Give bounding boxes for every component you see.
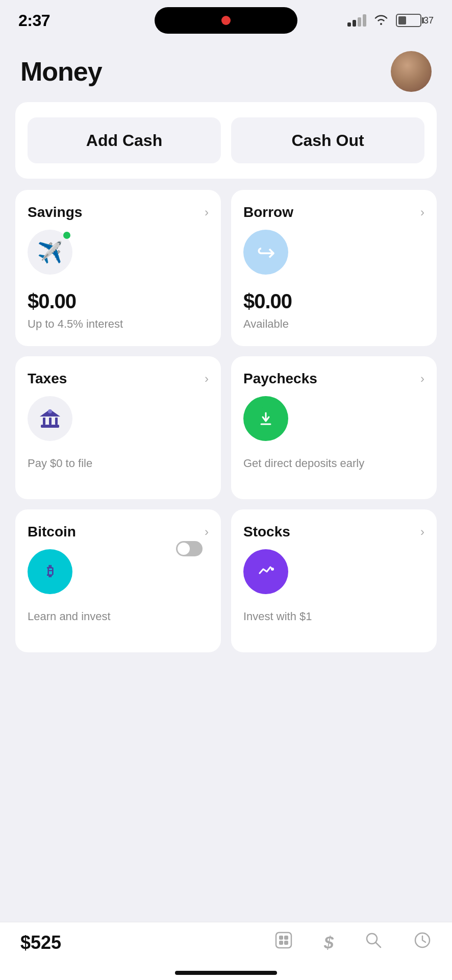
taxes-subtitle: Pay $0 to file	[28, 456, 209, 471]
svg-rect-3	[55, 418, 58, 425]
taxes-card[interactable]: Taxes › Pay $0 to file	[15, 356, 221, 499]
stocks-card[interactable]: Stocks › Invest with $1	[231, 509, 437, 652]
paychecks-icon-wrap	[243, 396, 288, 441]
bitcoin-subtitle: Learn and invest	[28, 609, 209, 624]
nav-history-icon[interactable]	[413, 931, 432, 954]
svg-point-10	[271, 568, 274, 571]
dynamic-island	[155, 7, 297, 34]
savings-chevron: ›	[205, 205, 209, 219]
page-title: Money	[20, 56, 102, 87]
borrow-amount: $0.00	[243, 290, 424, 313]
dynamic-island-dot	[221, 16, 231, 25]
borrow-chevron: ›	[420, 205, 424, 219]
nav-dollar-icon[interactable]: $	[324, 933, 334, 952]
taxes-building-icon	[38, 406, 62, 431]
nav-home-icon[interactable]	[274, 930, 293, 954]
bitcoin-chevron: ›	[205, 525, 209, 539]
svg-rect-1	[43, 418, 45, 425]
svg-text:₿: ₿	[47, 564, 54, 579]
borrow-card[interactable]: Borrow › ↪ $0.00 Available	[231, 190, 437, 346]
svg-rect-13	[284, 936, 288, 940]
savings-icon: ✈️	[37, 240, 63, 264]
taxes-icon-wrap	[28, 396, 72, 441]
action-buttons-card: Add Cash Cash Out	[15, 102, 437, 179]
savings-subtitle: Up to 4.5% interest	[28, 317, 209, 332]
svg-point-5	[48, 409, 52, 413]
stocks-subtitle: Invest with $1	[243, 609, 424, 624]
cards-grid: Savings › ✈️ $0.00 Up to 4.5% interest B…	[15, 190, 437, 652]
status-icons: 37	[347, 13, 434, 29]
savings-title: Savings	[28, 204, 82, 220]
bitcoin-icon: ₿	[37, 559, 63, 584]
borrow-title: Borrow	[243, 204, 293, 220]
svg-rect-2	[49, 418, 52, 425]
avatar[interactable]	[391, 51, 432, 92]
borrow-icon: ↪	[257, 239, 275, 265]
nav-icons: $	[274, 930, 432, 954]
bitcoin-title: Bitcoin	[28, 524, 76, 540]
paychecks-download-icon	[254, 407, 278, 430]
svg-point-16	[367, 934, 377, 944]
stocks-chevron: ›	[420, 525, 424, 539]
stocks-icon	[253, 559, 279, 584]
bitcoin-icon-wrap: ₿	[28, 549, 72, 594]
borrow-subtitle: Available	[243, 317, 424, 332]
wifi-icon	[373, 13, 389, 29]
taxes-chevron: ›	[205, 372, 209, 386]
taxes-title: Taxes	[28, 371, 67, 387]
stocks-title: Stocks	[243, 524, 290, 540]
add-cash-button[interactable]: Add Cash	[28, 117, 221, 163]
status-time: 2:37	[18, 11, 50, 30]
main-content: Add Cash Cash Out Savings › ✈️ $0.00 Up …	[0, 102, 452, 652]
bitcoin-toggle[interactable]	[176, 541, 203, 556]
cash-out-button[interactable]: Cash Out	[231, 117, 424, 163]
svg-rect-12	[279, 936, 283, 940]
signal-icon	[347, 14, 366, 27]
stocks-icon-wrap	[243, 549, 288, 594]
paychecks-chevron: ›	[420, 372, 424, 386]
svg-rect-11	[276, 933, 291, 948]
paychecks-subtitle: Get direct deposits early	[243, 456, 424, 471]
savings-dot	[63, 232, 70, 239]
nav-balance: $525	[20, 932, 274, 953]
bitcoin-card[interactable]: Bitcoin › ₿ Learn and invest	[15, 509, 221, 652]
nav-search-icon[interactable]	[364, 931, 383, 954]
savings-icon-wrap: ✈️	[28, 230, 72, 275]
borrow-icon-wrap: ↪	[243, 230, 288, 275]
status-bar: 2:37 37	[0, 0, 452, 41]
paychecks-card[interactable]: Paychecks › Get direct deposits early	[231, 356, 437, 499]
savings-amount: $0.00	[28, 290, 209, 313]
header: Money	[0, 41, 452, 102]
svg-rect-14	[279, 941, 283, 945]
svg-rect-0	[41, 425, 59, 428]
battery-level: 37	[423, 15, 434, 26]
svg-rect-15	[284, 941, 288, 945]
paychecks-title: Paychecks	[243, 371, 317, 387]
savings-card[interactable]: Savings › ✈️ $0.00 Up to 4.5% interest	[15, 190, 221, 346]
battery-icon: 37	[396, 14, 434, 27]
home-indicator	[175, 971, 277, 975]
